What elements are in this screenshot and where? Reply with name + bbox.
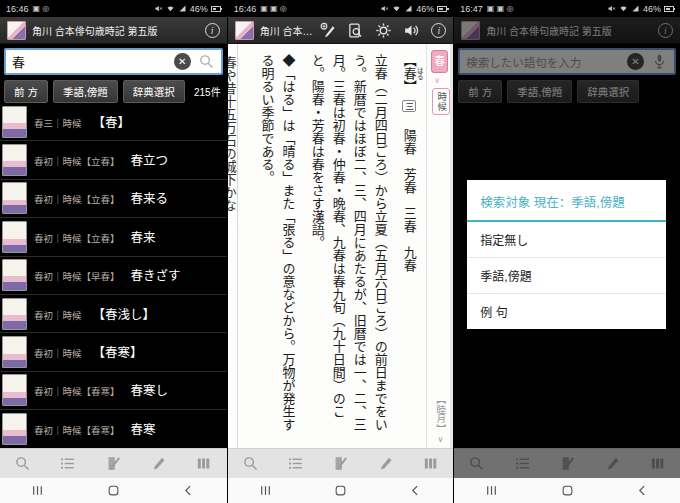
list-item[interactable]: 春初｜時候【春寒】 (0, 333, 227, 371)
pen-icon[interactable] (377, 455, 394, 472)
category-tab[interactable]: 時候 (432, 88, 450, 115)
notification-icons: ▣ ▣ ◎ (260, 5, 287, 13)
list-item[interactable]: 春初｜時候【立春】春来 (0, 218, 227, 256)
entry-body-1: 立春（二月四日ごろ）から立夏（五月六日ごろ）の前日までをいう。新暦ではほぼ二、三… (307, 54, 391, 440)
entry-title: 【春浅し】 (82, 308, 156, 322)
panel-search-dialog: 16:47 ▣ ▣ ◎ 46% 角川 合本俳句歳時記 第五版 i 検索したい語句… (453, 0, 680, 503)
dictionary-cover-thumbnail (2, 144, 27, 176)
entry-category: 春初｜時候【立春】 (34, 156, 120, 167)
status-bar: 16:46 ▣ ◎ 46% (0, 0, 227, 17)
entry-title: 春立つ (120, 154, 169, 168)
mute-icon (380, 4, 389, 13)
prev-entry-link[interactable]: 【睦月】∨ (433, 395, 447, 444)
grid-icon[interactable] (195, 455, 212, 472)
brightness-icon[interactable] (375, 22, 392, 39)
entry-category: 春初｜時候【立春】 (34, 233, 120, 244)
speaker-icon[interactable] (403, 22, 420, 39)
dictionary-cover-thumbnail (2, 259, 27, 291)
info-icon[interactable]: i (205, 23, 220, 38)
entry-header: 【春はる】 三 陽春 芳春 三春 九春 (399, 54, 424, 440)
list-item[interactable]: 春三｜時候【春】 (0, 103, 227, 141)
search-icon[interactable] (14, 455, 31, 472)
entry-category: 春初｜時候【春寒】 (34, 386, 120, 397)
chevron-down-icon: ∨ (437, 435, 443, 444)
android-nav-bar (0, 478, 227, 503)
entry-category: 春初｜時候 (34, 310, 82, 321)
synonyms: 陽春 芳春 三春 九春 (402, 115, 417, 271)
entry-category: 春初｜時候【立春】 (34, 194, 120, 205)
entry-text[interactable]: 【春はる】 三 陽春 芳春 三春 九春 立春（二月四日ごろ）から立夏（五月六日ご… (238, 44, 427, 448)
dialog-option-none[interactable]: 指定無し (467, 222, 666, 258)
panel-search-results: 16:46 ▣ ◎ 46% 角川 合本俳句歳時記 第五版 i 春 ✕ 前 方 (0, 0, 227, 503)
list-item[interactable]: 春初｜時候【春浅し】 (0, 295, 227, 333)
back-icon[interactable] (636, 484, 649, 497)
recents-icon[interactable] (485, 484, 498, 497)
status-bar: 16:47 ▣ ▣ ◎ 46% (454, 0, 680, 17)
dialog-option-kigo[interactable]: 季語,傍題 (467, 258, 666, 294)
dictionary-cover-thumbnail (2, 221, 27, 253)
app-bar: 角川 合本俳句歳時記 第五版 i (0, 17, 227, 44)
list-item[interactable]: 春初｜時候【春寒】春寒し (0, 372, 227, 410)
marker-icon[interactable] (332, 455, 349, 472)
grid-icon[interactable] (422, 455, 439, 472)
signal-icon (404, 4, 413, 13)
home-icon[interactable] (561, 484, 574, 497)
add-note-icon[interactable] (319, 22, 336, 39)
mute-icon (607, 4, 616, 13)
status-bar: 16:46 ▣ ▣ ◎ 46% (228, 0, 454, 17)
list-item[interactable]: 春初｜時候【立春】春立つ (0, 141, 227, 179)
entry-title: 春来 (120, 231, 156, 245)
search-row: 春 ✕ (0, 44, 227, 78)
search-input[interactable]: 春 ✕ (4, 48, 223, 75)
three-screen-composite: 16:46 ▣ ◎ 46% 角川 合本俳句歳時記 第五版 i 春 ✕ 前 方 (0, 0, 680, 503)
info-icon[interactable]: i (431, 23, 446, 38)
dictionary-cover-thumbnail (2, 374, 27, 406)
app-bar: 角川 合本俳… i (228, 17, 454, 44)
bottom-toolbar (228, 448, 454, 478)
list-icon[interactable] (287, 455, 304, 472)
list-item[interactable]: 春初｜時候【早春】春きざす (0, 257, 227, 295)
search-value: 春 (12, 52, 167, 71)
battery-icon (211, 6, 221, 12)
clear-icon[interactable]: ✕ (174, 53, 191, 70)
signal-icon (631, 4, 640, 13)
home-icon[interactable] (334, 484, 347, 497)
dictionary-select-button[interactable]: 辞典選択 (123, 80, 185, 103)
dictionary-cover-thumbnail (2, 106, 27, 138)
marker-icon[interactable] (105, 455, 122, 472)
search-target-button[interactable]: 季語,傍題 (53, 80, 118, 103)
season-mark: 三 (402, 100, 416, 113)
battery-icon (437, 6, 447, 12)
list-item[interactable]: 春初｜時候【春寒】春寒 (0, 410, 227, 448)
signal-icon (178, 4, 187, 13)
app-icon (235, 21, 254, 40)
status-time: 16:46 (6, 4, 29, 14)
wifi-icon (392, 4, 401, 13)
search-icon[interactable] (242, 455, 259, 472)
entry-category: 春三｜時候 (34, 118, 82, 129)
dialog-option-reiku[interactable]: 例 句 (467, 294, 666, 329)
status-time: 16:47 (460, 4, 483, 14)
side-tabs-column: 春 ∨ 時候 【睦月】∨ (426, 44, 453, 448)
search-icon[interactable] (198, 53, 215, 70)
entry-title: 【春寒】 (82, 346, 143, 360)
dictionary-cover-thumbnail (2, 336, 27, 368)
list-icon[interactable] (59, 455, 76, 472)
page-search-icon[interactable] (347, 22, 364, 39)
dictionary-cover-thumbnail (2, 182, 27, 214)
recents-icon[interactable] (31, 484, 44, 497)
recents-icon[interactable] (259, 484, 272, 497)
pen-icon[interactable] (150, 455, 167, 472)
entry-title: 春来る (120, 192, 169, 206)
list-item[interactable]: 春初｜時候【立春】春来る (0, 180, 227, 218)
back-icon[interactable] (409, 484, 422, 497)
bottom-toolbar (0, 448, 227, 478)
home-icon[interactable] (107, 484, 120, 497)
back-icon[interactable] (182, 484, 195, 497)
direction-button[interactable]: 前 方 (4, 80, 48, 103)
season-tab[interactable]: 春 (431, 50, 448, 73)
headword-ruby: はる (416, 67, 423, 80)
entry-category: 春初｜時候【春寒】 (34, 425, 120, 436)
result-count: 215件 (194, 84, 223, 99)
app-title: 角川 合本俳句歳時記 第五版 (32, 23, 158, 38)
